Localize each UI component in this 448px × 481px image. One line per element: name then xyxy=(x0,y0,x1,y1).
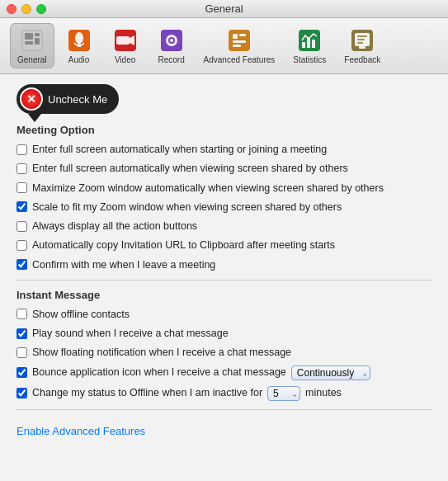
audio-icon xyxy=(66,27,92,54)
toolbar: General Audio Video xyxy=(0,18,448,74)
cb4-label[interactable]: Scale to fit my Zoom window when viewing… xyxy=(32,200,342,214)
tab-video-label: Video xyxy=(115,55,135,64)
section-divider-2 xyxy=(17,409,431,410)
video-icon xyxy=(112,27,139,54)
tab-general[interactable]: General xyxy=(10,23,54,68)
list-item: Play sound when I receive a chat message xyxy=(17,327,431,340)
statistics-icon xyxy=(296,27,323,54)
tooltip-popup: ✕ Uncheck Me xyxy=(17,84,119,114)
list-item: Scale to fit my Zoom window when viewing… xyxy=(17,200,431,214)
maximize-button[interactable] xyxy=(36,4,46,14)
im4-checkbox[interactable] xyxy=(17,367,27,378)
cb3-label[interactable]: Maximize Zoom window automatically when … xyxy=(32,182,384,195)
tab-advanced[interactable]: Advanced Features xyxy=(196,23,283,68)
svg-rect-23 xyxy=(312,40,315,48)
cb5-checkbox[interactable] xyxy=(17,221,27,232)
svg-rect-18 xyxy=(233,40,246,43)
cb6-checkbox[interactable] xyxy=(17,240,27,251)
svg-rect-2 xyxy=(25,41,33,45)
svg-point-6 xyxy=(75,32,83,44)
tab-advanced-label: Advanced Features xyxy=(204,55,276,64)
im1-label[interactable]: Show offline contacts xyxy=(32,308,130,321)
svg-rect-3 xyxy=(35,33,40,36)
svg-rect-28 xyxy=(357,42,363,44)
im5-label[interactable]: Change my status to Offline when I am in… xyxy=(32,386,262,399)
minutes-suffix: minutes xyxy=(305,386,342,399)
svg-rect-27 xyxy=(357,39,365,40)
svg-rect-9 xyxy=(116,36,130,45)
cb3-checkbox[interactable] xyxy=(17,182,27,193)
tab-statistics[interactable]: Statistics xyxy=(285,23,333,68)
advanced-icon xyxy=(226,27,252,54)
bounce-select-wrapper[interactable]: Continuously Once xyxy=(291,365,370,380)
cb7-checkbox[interactable] xyxy=(17,259,27,270)
list-item: Show offline contacts xyxy=(17,308,431,321)
enable-advanced-link[interactable]: Enable Advanced Features xyxy=(17,425,145,437)
list-item: Enter full screen automatically when sta… xyxy=(17,143,431,156)
tab-record-label: Record xyxy=(158,55,184,64)
close-button[interactable] xyxy=(7,4,17,14)
tab-video[interactable]: Video xyxy=(104,23,147,68)
instant-message-section-title: Instant Message xyxy=(17,289,431,301)
list-item: Enter full screen automatically when vie… xyxy=(17,162,431,175)
list-item: Change my status to Offline when I am in… xyxy=(17,386,431,401)
cb6-label[interactable]: Automatically copy Invitation URL to Cli… xyxy=(32,238,335,252)
svg-rect-19 xyxy=(233,45,241,47)
tab-audio-label: Audio xyxy=(68,55,90,64)
list-item: Show floating notification when I receiv… xyxy=(17,346,431,359)
tooltip-close-button[interactable]: ✕ xyxy=(20,87,43,111)
im3-checkbox[interactable] xyxy=(17,347,27,358)
im1-checkbox[interactable] xyxy=(17,309,27,319)
inactive-select[interactable]: 5 10 15 30 xyxy=(267,386,300,401)
svg-rect-17 xyxy=(239,34,246,36)
svg-rect-26 xyxy=(357,35,367,37)
tooltip-text: Uncheck Me xyxy=(48,93,107,106)
list-item: Bounce application icon when I receive a… xyxy=(17,365,431,380)
tab-record[interactable]: Record xyxy=(150,23,193,68)
inactive-select-wrapper[interactable]: 5 10 15 30 xyxy=(267,386,300,401)
tooltip-container: ✕ Uncheck Me xyxy=(17,84,119,114)
list-item: Maximize Zoom window automatically when … xyxy=(17,182,431,195)
tab-feedback-label: Feedback xyxy=(344,55,380,64)
cb1-label[interactable]: Enter full screen automatically when sta… xyxy=(32,143,327,156)
cb2-label[interactable]: Enter full screen automatically when vie… xyxy=(32,162,348,175)
svg-rect-21 xyxy=(302,42,305,48)
meeting-section-title: Meeting Option xyxy=(17,124,431,136)
im5-checkbox[interactable] xyxy=(17,388,27,398)
feedback-icon xyxy=(349,27,375,54)
cb7-label[interactable]: Confirm with me when I leave a meeting xyxy=(32,258,215,271)
window-controls[interactable] xyxy=(7,4,46,14)
section-divider xyxy=(17,280,431,281)
minimize-button[interactable] xyxy=(21,4,31,14)
record-icon xyxy=(158,27,185,54)
tab-general-label: General xyxy=(17,55,47,64)
tooltip-arrow xyxy=(28,114,41,122)
list-item: Always display all the action buttons xyxy=(17,219,431,233)
tab-statistics-label: Statistics xyxy=(293,55,326,64)
svg-point-14 xyxy=(170,39,173,42)
list-item: Confirm with me when I leave a meeting xyxy=(17,258,431,271)
im4-label[interactable]: Bounce application icon when I receive a… xyxy=(32,365,286,379)
svg-rect-16 xyxy=(233,34,238,39)
general-icon xyxy=(19,27,45,54)
tab-feedback[interactable]: Feedback xyxy=(337,23,388,68)
cb5-label[interactable]: Always display all the action buttons xyxy=(32,219,197,233)
list-item: Automatically copy Invitation URL to Cli… xyxy=(17,238,431,252)
title-bar: General xyxy=(0,0,448,18)
im2-label[interactable]: Play sound when I receive a chat message xyxy=(32,327,229,340)
cb1-checkbox[interactable] xyxy=(17,144,27,155)
svg-rect-4 xyxy=(35,38,40,45)
bounce-select[interactable]: Continuously Once xyxy=(291,365,370,380)
svg-rect-29 xyxy=(359,46,365,49)
cb4-checkbox[interactable] xyxy=(17,201,27,212)
svg-rect-1 xyxy=(25,33,33,40)
im2-checkbox[interactable] xyxy=(17,328,27,339)
content-area: ✕ Uncheck Me Meeting Option Enter full s… xyxy=(0,74,448,481)
cb2-checkbox[interactable] xyxy=(17,163,27,174)
tab-audio[interactable]: Audio xyxy=(58,23,101,68)
im3-label[interactable]: Show floating notification when I receiv… xyxy=(32,346,291,359)
window-title: General xyxy=(205,2,243,15)
